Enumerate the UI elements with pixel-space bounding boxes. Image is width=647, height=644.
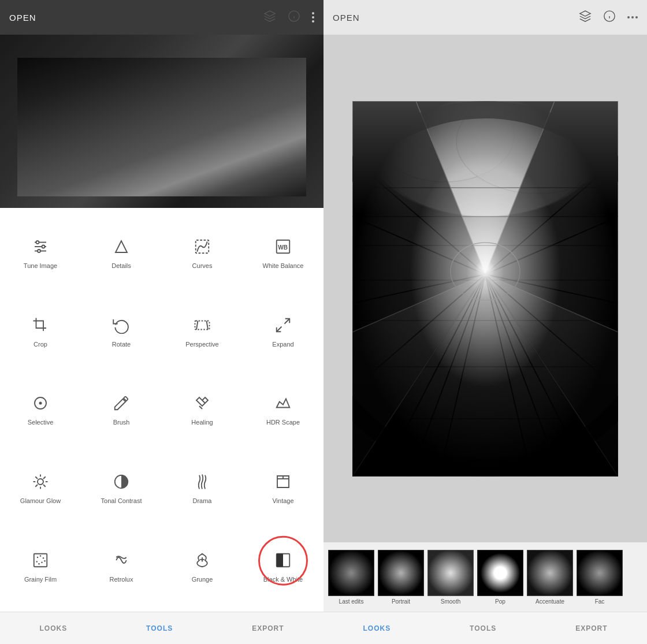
- svg-line-44: [352, 274, 485, 390]
- tool-drama[interactable]: Drama: [162, 449, 243, 527]
- healing-label: Healing: [191, 418, 213, 426]
- left-nav-export[interactable]: EXPORT: [243, 620, 293, 637]
- tool-crop[interactable]: Crop: [0, 292, 81, 371]
- right-bottom-nav: LOOKS TOOLS EXPORT: [323, 612, 647, 644]
- expand-label: Expand: [272, 340, 293, 348]
- tool-hdr-scape[interactable]: HDR Scape: [243, 371, 323, 449]
- healing-icon: [192, 393, 213, 414]
- tool-glamour-glow[interactable]: Glamour Glow: [0, 449, 81, 527]
- rotate-icon: [111, 315, 132, 336]
- crop-icon: [30, 315, 51, 336]
- right-header-icons: [579, 10, 638, 25]
- tool-selective[interactable]: Selective: [0, 371, 81, 449]
- white-balance-label: White Balance: [263, 262, 304, 270]
- glamour-glow-label: Glamour Glow: [20, 497, 61, 505]
- svg-point-4: [36, 241, 39, 244]
- right-more-icon[interactable]: [627, 16, 638, 18]
- left-more-icon[interactable]: [312, 12, 314, 23]
- look-label-smooth: Smooth: [441, 598, 460, 605]
- look-smooth[interactable]: Smooth: [427, 550, 474, 605]
- look-thumb-smooth: [427, 550, 474, 596]
- look-accentuate[interactable]: Accentuate: [527, 550, 573, 605]
- tool-white-balance[interactable]: WB White Balance: [243, 214, 323, 292]
- left-info-icon[interactable]: [288, 10, 300, 25]
- svg-line-53: [485, 274, 618, 477]
- svg-line-46: [381, 274, 485, 477]
- black-white-label: Black & White: [263, 575, 303, 583]
- left-nav-tools[interactable]: TOOLS: [137, 620, 182, 637]
- bw-building-image: [352, 101, 618, 477]
- svg-line-54: [485, 274, 589, 477]
- details-label: Details: [111, 262, 131, 270]
- svg-point-39: [381, 101, 589, 217]
- svg-point-28: [41, 561, 43, 563]
- svg-point-15: [38, 479, 43, 485]
- tool-tune-image[interactable]: Tune Image: [0, 214, 81, 292]
- svg-rect-76: [427, 550, 474, 596]
- hdr-scape-icon: [273, 393, 293, 414]
- retrolux-label: Retrolux: [110, 575, 133, 583]
- svg-point-36: [370, 101, 601, 217]
- tool-details[interactable]: Details: [81, 214, 162, 292]
- tools-grid: Tune Image Details Curves: [0, 208, 323, 612]
- look-portrait[interactable]: Portrait: [378, 550, 424, 605]
- look-thumb-fac: [577, 550, 623, 596]
- right-open-button[interactable]: OPEN: [333, 13, 360, 23]
- look-pop[interactable]: Pop: [477, 550, 523, 605]
- right-nav-tools[interactable]: TOOLS: [460, 620, 505, 637]
- right-nav-export[interactable]: EXPORT: [566, 620, 616, 637]
- svg-line-49: [485, 159, 618, 274]
- svg-line-42: [352, 217, 485, 274]
- tool-retrolux[interactable]: Retrolux: [81, 527, 162, 606]
- svg-line-52: [485, 274, 618, 390]
- look-label-fac: Fac: [595, 598, 605, 605]
- tune-image-icon: [30, 236, 51, 257]
- right-header: OPEN: [323, 0, 647, 35]
- brush-icon: [111, 393, 132, 414]
- drama-label: Drama: [192, 497, 211, 505]
- left-bottom-nav: LOOKS TOOLS EXPORT: [0, 612, 323, 644]
- look-label-portrait: Portrait: [392, 598, 410, 605]
- tool-curves[interactable]: Curves: [162, 214, 243, 292]
- perspective-icon: [192, 315, 213, 336]
- look-last-edits[interactable]: Last edits: [328, 550, 374, 605]
- right-info-icon[interactable]: [603, 10, 616, 25]
- left-layers-icon[interactable]: [263, 10, 276, 25]
- curves-label: Curves: [192, 262, 213, 270]
- left-nav-looks[interactable]: LOOKS: [30, 620, 76, 637]
- perspective-label: Perspective: [185, 340, 218, 348]
- svg-line-51: [485, 274, 618, 303]
- grunge-icon: [192, 550, 213, 571]
- svg-rect-82: [577, 550, 623, 596]
- svg-line-55: [485, 274, 560, 477]
- look-fac[interactable]: Fac: [577, 550, 623, 605]
- tool-healing[interactable]: Healing: [162, 371, 243, 449]
- tool-vintage[interactable]: Vintage: [243, 449, 323, 527]
- svg-point-37: [375, 101, 514, 182]
- look-thumb-pop: [477, 550, 523, 596]
- tool-grunge[interactable]: Grunge: [162, 527, 243, 606]
- tool-expand[interactable]: Expand: [243, 292, 323, 371]
- drama-icon: [192, 471, 213, 492]
- tool-perspective[interactable]: Perspective: [162, 292, 243, 371]
- brush-label: Brush: [113, 418, 130, 426]
- look-label-last-edits: Last edits: [339, 598, 364, 605]
- tool-brush[interactable]: Brush: [81, 371, 162, 449]
- left-panel: OPEN: [0, 0, 323, 644]
- look-thumb-accentuate: [527, 550, 573, 596]
- right-nav-looks[interactable]: LOOKS: [354, 620, 400, 637]
- svg-line-56: [485, 274, 531, 477]
- left-header-icons: [263, 10, 314, 25]
- right-layers-icon[interactable]: [579, 10, 592, 25]
- svg-marker-66: [352, 274, 485, 477]
- tool-black-white[interactable]: Black & White: [243, 527, 323, 606]
- details-icon: [111, 236, 132, 257]
- looks-strip: Last edits Portrait Smooth Pop Accentuat: [323, 542, 647, 612]
- tool-grainy-film[interactable]: Grainy Film: [0, 527, 81, 606]
- svg-marker-64: [352, 101, 485, 332]
- tool-tonal-contrast[interactable]: Tonal Contrast: [81, 449, 162, 527]
- left-open-button[interactable]: OPEN: [9, 13, 36, 23]
- svg-marker-67: [485, 274, 618, 477]
- tool-rotate[interactable]: Rotate: [81, 292, 162, 371]
- svg-line-47: [410, 274, 485, 477]
